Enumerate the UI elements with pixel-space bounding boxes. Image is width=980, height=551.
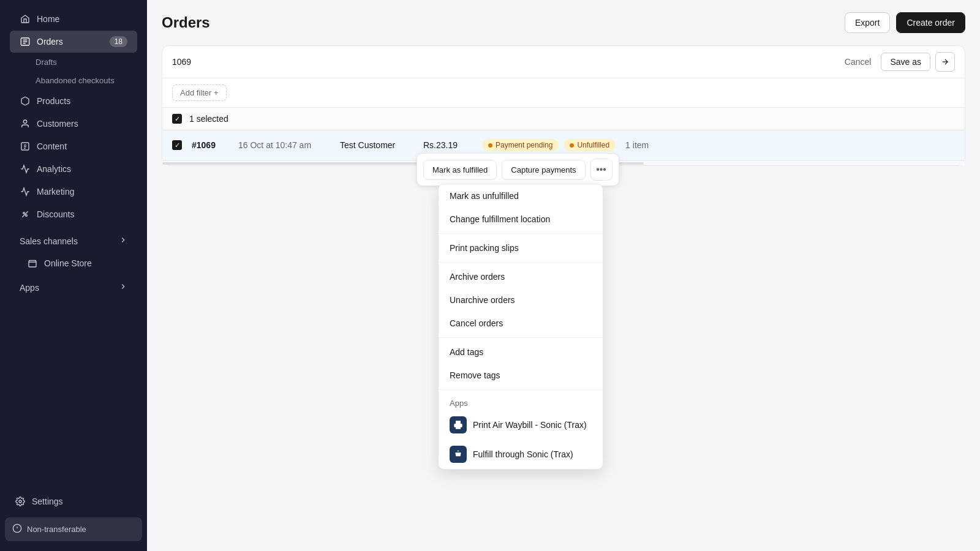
- dropdown-item-fulfill-sonic[interactable]: Fulfill through Sonic (Trax): [439, 440, 603, 469]
- cancel-search-button[interactable]: Cancel: [840, 54, 876, 69]
- svg-point-10: [26, 215, 28, 217]
- order-amount: Rs.23.19: [423, 140, 472, 150]
- main-content: Orders Export Create order Cancel Save a…: [147, 0, 980, 551]
- sidebar-item-products[interactable]: Products: [10, 90, 137, 112]
- sidebar-item-content[interactable]: Content: [10, 135, 137, 157]
- dropdown-item-cancel-orders[interactable]: Cancel orders: [439, 312, 603, 335]
- svg-point-9: [23, 212, 25, 214]
- add-filter-button[interactable]: Add filter +: [172, 84, 227, 101]
- sidebar-item-drafts[interactable]: Drafts: [10, 53, 137, 71]
- orders-badge: 18: [110, 36, 127, 47]
- order-items-count: 1 item: [625, 140, 649, 150]
- search-actions: Cancel Save as: [840, 52, 955, 72]
- payment-status-badge: Payment pending: [482, 139, 559, 151]
- sidebar-item-analytics-label: Analytics: [37, 164, 71, 174]
- online-store-label: Online Store: [44, 258, 92, 268]
- dropdown-item-change-fulfillment[interactable]: Change fulfillment location: [439, 208, 603, 231]
- sidebar-item-analytics[interactable]: Analytics: [10, 158, 137, 180]
- sidebar-item-customers[interactable]: Customers: [10, 113, 137, 135]
- row-checkbox[interactable]: ✓: [172, 140, 182, 150]
- table-header: ✓ 1 selected: [162, 108, 965, 130]
- export-button[interactable]: Export: [845, 12, 890, 33]
- analytics-icon: [20, 163, 31, 174]
- sidebar-item-settings[interactable]: Settings: [5, 490, 142, 512]
- sidebar-item-content-label: Content: [37, 141, 67, 151]
- selected-count: 1 selected: [189, 114, 228, 124]
- apps-section[interactable]: Apps: [10, 277, 137, 298]
- print-air-app-icon: [450, 416, 467, 433]
- marketing-icon: [20, 186, 31, 197]
- dropdown-item-add-tags[interactable]: Add tags: [439, 340, 603, 364]
- sales-channels-section[interactable]: Sales channels: [10, 230, 137, 252]
- fulfillment-status-dot: [570, 143, 574, 148]
- header-actions: Export Create order: [845, 12, 965, 33]
- abandoned-label: Abandoned checkouts: [36, 76, 115, 85]
- discounts-icon: [20, 209, 31, 220]
- non-transferable-label: Non-transferable: [27, 525, 86, 534]
- customers-icon: [20, 118, 31, 129]
- sidebar-item-discounts-label: Discounts: [37, 209, 74, 219]
- save-as-button[interactable]: Save as: [881, 53, 930, 71]
- sidebar: Home Orders 18 Drafts Abandoned checkout…: [0, 0, 147, 551]
- sidebar-item-home-label: Home: [37, 14, 59, 24]
- fulfill-sonic-app-icon: [450, 446, 467, 463]
- apps-label: Apps: [20, 283, 39, 293]
- store-icon: [27, 258, 38, 269]
- sidebar-item-marketing-label: Marketing: [37, 187, 74, 197]
- dropdown-divider-3: [439, 337, 603, 338]
- filter-bar: Add filter +: [162, 78, 965, 108]
- sort-button[interactable]: [935, 52, 955, 72]
- page-header: Orders Export Create order: [147, 0, 980, 45]
- settings-icon: [15, 496, 26, 507]
- settings-label: Settings: [32, 497, 63, 506]
- sidebar-item-products-label: Products: [37, 96, 70, 106]
- order-number: #1069: [192, 140, 228, 150]
- order-date: 16 Oct at 10:47 am: [238, 140, 330, 150]
- sidebar-item-orders[interactable]: Orders 18: [10, 31, 137, 53]
- apps-section-label: Apps: [439, 392, 603, 410]
- sidebar-item-customers-label: Customers: [37, 119, 78, 129]
- sidebar-item-orders-label: Orders: [37, 37, 63, 47]
- sidebar-item-marketing[interactable]: Marketing: [10, 181, 137, 203]
- dropdown-item-print-air[interactable]: Print Air Waybill - Sonic (Trax): [439, 410, 603, 440]
- products-icon: [20, 96, 31, 107]
- orders-panel: Cancel Save as Add filter + ✓ 1 selected…: [162, 45, 965, 166]
- sidebar-item-discounts[interactable]: Discounts: [10, 203, 137, 225]
- payment-status-dot: [488, 143, 492, 148]
- dropdown-item-mark-unfulfilled[interactable]: Mark as unfulfilled: [439, 184, 603, 208]
- dropdown-divider-4: [439, 389, 603, 390]
- svg-point-12: [19, 500, 21, 503]
- dropdown-item-unarchive-orders[interactable]: Unarchive orders: [439, 288, 603, 312]
- orders-icon: [20, 36, 31, 47]
- capture-payments-button[interactable]: Capture payments: [502, 160, 585, 180]
- order-customer: Test Customer: [340, 140, 413, 150]
- more-actions-button[interactable]: •••: [590, 159, 612, 181]
- fulfillment-status-badge: Unfulfilled: [564, 139, 616, 151]
- search-input[interactable]: [172, 57, 834, 67]
- select-all-checkbox[interactable]: ✓: [172, 114, 182, 124]
- search-bar: Cancel Save as: [162, 46, 965, 78]
- sidebar-item-abandoned[interactable]: Abandoned checkouts: [10, 72, 137, 89]
- content-icon: [20, 141, 31, 152]
- info-icon: [12, 523, 22, 535]
- dropdown-item-archive-orders[interactable]: Archive orders: [439, 265, 603, 288]
- sidebar-item-online-store[interactable]: Online Store: [10, 252, 137, 274]
- home-icon: [20, 13, 31, 24]
- create-order-button[interactable]: Create order: [896, 12, 965, 33]
- svg-point-4: [23, 120, 26, 123]
- ellipsis-icon: •••: [596, 164, 606, 175]
- sales-channels-chevron-icon: [119, 236, 127, 246]
- sidebar-item-home[interactable]: Home: [10, 8, 137, 30]
- dropdown-item-print-packing[interactable]: Print packing slips: [439, 236, 603, 260]
- dropdown-divider-1: [439, 233, 603, 234]
- dropdown-item-remove-tags[interactable]: Remove tags: [439, 364, 603, 387]
- apps-chevron-icon: [119, 282, 127, 293]
- non-transferable-banner[interactable]: Non-transferable: [5, 517, 142, 541]
- dropdown-divider-2: [439, 262, 603, 263]
- drafts-label: Drafts: [36, 58, 57, 67]
- mark-fulfilled-button[interactable]: Mark as fulfilled: [423, 160, 497, 180]
- sales-channels-label: Sales channels: [20, 236, 78, 246]
- action-toolbar: Mark as fulfilled Capture payments •••: [417, 153, 619, 186]
- page-title: Orders: [162, 14, 210, 31]
- dropdown-menu: Mark as unfulfilled Change fulfillment l…: [438, 184, 603, 470]
